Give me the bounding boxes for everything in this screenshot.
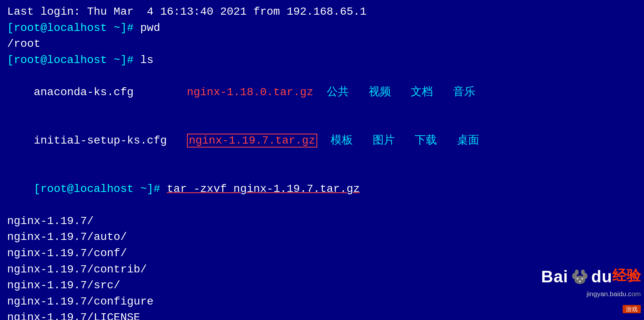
baidu-du-text: du xyxy=(591,265,612,289)
ls-row-1: anaconda-ks.cfg nginx-1.18.0.tar.gz 公共 视… xyxy=(7,68,637,117)
extract-line-1: nginx-1.19.7/ xyxy=(7,213,637,230)
line-last-login: Last login: Thu Mar 4 16:13:40 2021 from… xyxy=(7,4,637,20)
games-row: 游戏 xyxy=(623,301,641,317)
svg-point-10 xyxy=(576,278,578,280)
svg-point-9 xyxy=(581,270,585,275)
baidu-jingyan-text: 经验 xyxy=(612,265,641,286)
prompt-text: [root@localhost ~]# xyxy=(7,22,133,34)
baidu-bai-text: Bai xyxy=(541,265,568,289)
line-tar-cmd: [root@localhost ~]# tar -zxvf nginx-1.19… xyxy=(7,165,637,213)
line-root-path: /root xyxy=(7,36,637,52)
svg-point-8 xyxy=(575,270,579,275)
prompt-ls-text: [root@localhost ~]# xyxy=(7,54,133,66)
line-prompt-pwd: [root@localhost ~]# pwd xyxy=(7,20,637,36)
ls-row-2: initial-setup-ks.cfg nginx-1.19.7.tar.gz… xyxy=(7,117,637,165)
baidu-watermark: Bai du 经验 jing xyxy=(541,265,641,317)
terminal-window: Last login: Thu Mar 4 16:13:40 2021 from… xyxy=(0,0,644,320)
extract-line-3: nginx-1.19.7/conf/ xyxy=(7,245,637,262)
line-prompt-ls: [root@localhost ~]# ls xyxy=(7,52,637,69)
svg-point-11 xyxy=(579,280,581,282)
baidu-url-text: jingyan.baidu.com xyxy=(587,289,641,299)
games-badge: 游戏 xyxy=(623,305,641,313)
baidu-logo-row: Bai du 经验 xyxy=(541,265,641,289)
svg-point-12 xyxy=(581,278,583,280)
extract-line-2: nginx-1.19.7/auto/ xyxy=(7,229,637,245)
baidu-paw-icon xyxy=(568,265,591,288)
